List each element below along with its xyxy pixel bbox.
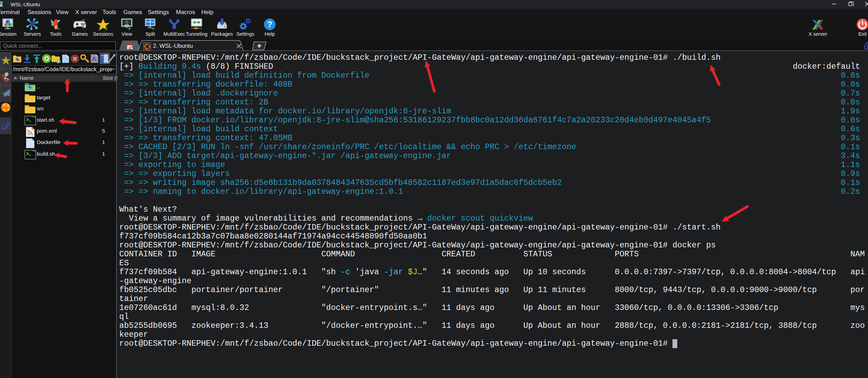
svg-text:?: ? [267, 20, 272, 29]
svg-text:A: A [92, 56, 96, 62]
